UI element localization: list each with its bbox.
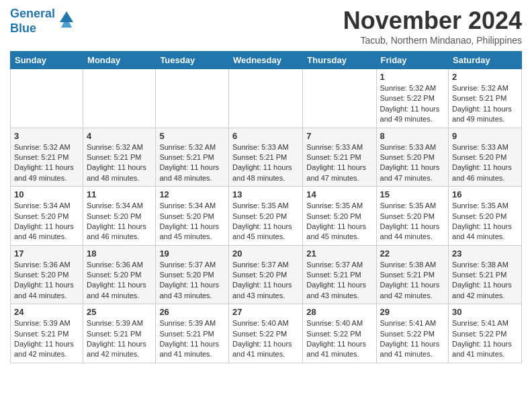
svg-marker-1: [61, 22, 72, 28]
day-number: 21: [306, 248, 372, 259]
day-info: Sunrise: 5:34 AM Sunset: 5:20 PM Dayligh…: [87, 201, 152, 242]
day-info: Sunrise: 5:33 AM Sunset: 5:21 PM Dayligh…: [232, 142, 299, 184]
subtitle: Tacub, Northern Mindanao, Philippines: [343, 35, 522, 46]
day-number: 9: [452, 131, 518, 141]
day-info: Sunrise: 5:34 AM Sunset: 5:20 PM Dayligh…: [159, 201, 225, 242]
calendar-cell: 11Sunrise: 5:34 AM Sunset: 5:20 PM Dayli…: [83, 187, 156, 246]
calendar-cell: [11, 69, 83, 128]
day-number: 15: [380, 189, 445, 199]
day-info: Sunrise: 5:37 AM Sunset: 5:21 PM Dayligh…: [306, 260, 372, 302]
weekday-header: Wednesday: [228, 52, 302, 69]
day-info: Sunrise: 5:40 AM Sunset: 5:22 PM Dayligh…: [306, 318, 372, 360]
calendar-cell: 3Sunrise: 5:32 AM Sunset: 5:21 PM Daylig…: [11, 128, 83, 187]
calendar-cell: 14Sunrise: 5:35 AM Sunset: 5:20 PM Dayli…: [303, 187, 376, 246]
day-info: Sunrise: 5:36 AM Sunset: 5:20 PM Dayligh…: [14, 260, 79, 302]
day-info: Sunrise: 5:32 AM Sunset: 5:22 PM Dayligh…: [380, 83, 445, 125]
day-info: Sunrise: 5:39 AM Sunset: 5:21 PM Dayligh…: [159, 318, 225, 360]
weekday-header: Friday: [376, 52, 449, 69]
day-number: 13: [232, 189, 299, 199]
day-info: Sunrise: 5:33 AM Sunset: 5:20 PM Dayligh…: [452, 142, 518, 184]
day-number: 18: [87, 248, 152, 259]
day-info: Sunrise: 5:38 AM Sunset: 5:21 PM Dayligh…: [452, 260, 518, 302]
day-info: Sunrise: 5:32 AM Sunset: 5:21 PM Dayligh…: [452, 83, 518, 125]
day-info: Sunrise: 5:37 AM Sunset: 5:20 PM Dayligh…: [232, 260, 299, 302]
day-number: 11: [87, 189, 152, 199]
svg-marker-0: [60, 11, 73, 22]
day-info: Sunrise: 5:39 AM Sunset: 5:21 PM Dayligh…: [87, 318, 152, 360]
calendar-cell: 10Sunrise: 5:34 AM Sunset: 5:20 PM Dayli…: [11, 187, 83, 246]
logo-blue: Blue: [10, 21, 36, 35]
day-number: 1: [380, 72, 445, 82]
day-info: Sunrise: 5:35 AM Sunset: 5:20 PM Dayligh…: [306, 201, 372, 242]
calendar-cell: 4Sunrise: 5:32 AM Sunset: 5:21 PM Daylig…: [83, 128, 156, 187]
calendar-cell: [228, 69, 302, 128]
calendar-week-row: 1Sunrise: 5:32 AM Sunset: 5:22 PM Daylig…: [11, 69, 522, 128]
calendar-cell: 19Sunrise: 5:37 AM Sunset: 5:20 PM Dayli…: [156, 245, 229, 304]
calendar-cell: [303, 69, 376, 128]
logo-general: General: [10, 7, 55, 20]
day-info: Sunrise: 5:40 AM Sunset: 5:22 PM Dayligh…: [232, 318, 299, 360]
day-number: 23: [452, 248, 518, 259]
calendar-cell: 16Sunrise: 5:35 AM Sunset: 5:20 PM Dayli…: [449, 187, 522, 246]
day-number: 2: [452, 72, 518, 82]
day-info: Sunrise: 5:35 AM Sunset: 5:20 PM Dayligh…: [380, 201, 445, 242]
day-number: 27: [232, 307, 299, 317]
day-info: Sunrise: 5:35 AM Sunset: 5:20 PM Dayligh…: [232, 201, 299, 242]
calendar-week-row: 24Sunrise: 5:39 AM Sunset: 5:21 PM Dayli…: [11, 304, 522, 363]
calendar-cell: 6Sunrise: 5:33 AM Sunset: 5:21 PM Daylig…: [228, 128, 302, 187]
calendar-cell: 12Sunrise: 5:34 AM Sunset: 5:20 PM Dayli…: [156, 187, 229, 246]
day-info: Sunrise: 5:36 AM Sunset: 5:20 PM Dayligh…: [87, 260, 152, 302]
calendar-week-row: 17Sunrise: 5:36 AM Sunset: 5:20 PM Dayli…: [11, 245, 522, 304]
logo-icon: [57, 9, 76, 28]
day-info: Sunrise: 5:35 AM Sunset: 5:20 PM Dayligh…: [452, 201, 518, 242]
calendar-cell: 22Sunrise: 5:38 AM Sunset: 5:21 PM Dayli…: [376, 245, 449, 304]
page-container: General Blue November 2024 Tacub, Northe…: [0, 0, 532, 370]
day-number: 5: [159, 131, 225, 141]
day-number: 16: [452, 189, 518, 199]
day-number: 28: [306, 307, 372, 317]
day-number: 3: [14, 131, 79, 141]
calendar-cell: 17Sunrise: 5:36 AM Sunset: 5:20 PM Dayli…: [11, 245, 83, 304]
calendar-cell: 8Sunrise: 5:33 AM Sunset: 5:20 PM Daylig…: [376, 128, 449, 187]
day-info: Sunrise: 5:33 AM Sunset: 5:21 PM Dayligh…: [306, 142, 372, 184]
day-number: 10: [14, 189, 79, 199]
weekday-header: Tuesday: [156, 52, 229, 69]
weekday-header: Sunday: [11, 52, 83, 69]
calendar-cell: 28Sunrise: 5:40 AM Sunset: 5:22 PM Dayli…: [303, 304, 376, 363]
day-number: 25: [87, 307, 152, 317]
calendar-week-row: 10Sunrise: 5:34 AM Sunset: 5:20 PM Dayli…: [11, 187, 522, 246]
day-info: Sunrise: 5:34 AM Sunset: 5:20 PM Dayligh…: [14, 201, 79, 242]
calendar-cell: 29Sunrise: 5:41 AM Sunset: 5:22 PM Dayli…: [376, 304, 449, 363]
day-number: 17: [14, 248, 79, 259]
calendar-cell: 30Sunrise: 5:41 AM Sunset: 5:22 PM Dayli…: [449, 304, 522, 363]
day-info: Sunrise: 5:41 AM Sunset: 5:22 PM Dayligh…: [452, 318, 518, 360]
day-info: Sunrise: 5:32 AM Sunset: 5:21 PM Dayligh…: [87, 142, 152, 184]
day-info: Sunrise: 5:38 AM Sunset: 5:21 PM Dayligh…: [380, 260, 445, 302]
calendar-header-row: SundayMondayTuesdayWednesdayThursdayFrid…: [11, 52, 522, 69]
day-info: Sunrise: 5:39 AM Sunset: 5:21 PM Dayligh…: [14, 318, 79, 360]
calendar-cell: 1Sunrise: 5:32 AM Sunset: 5:22 PM Daylig…: [376, 69, 449, 128]
weekday-header: Saturday: [449, 52, 522, 69]
day-number: 7: [306, 131, 372, 141]
day-info: Sunrise: 5:32 AM Sunset: 5:21 PM Dayligh…: [159, 142, 225, 184]
day-number: 30: [452, 307, 518, 317]
day-number: 14: [306, 189, 372, 199]
day-number: 19: [159, 248, 225, 259]
calendar-cell: 15Sunrise: 5:35 AM Sunset: 5:20 PM Dayli…: [376, 187, 449, 246]
day-number: 22: [380, 248, 445, 259]
day-info: Sunrise: 5:41 AM Sunset: 5:22 PM Dayligh…: [380, 318, 445, 360]
calendar-cell: 27Sunrise: 5:40 AM Sunset: 5:22 PM Dayli…: [228, 304, 302, 363]
logo: General Blue: [10, 7, 76, 36]
day-number: 4: [87, 131, 152, 141]
calendar-cell: [83, 69, 156, 128]
day-number: 26: [159, 307, 225, 317]
calendar-cell: 20Sunrise: 5:37 AM Sunset: 5:20 PM Dayli…: [228, 245, 302, 304]
logo-text: General Blue: [10, 7, 55, 36]
calendar-cell: 7Sunrise: 5:33 AM Sunset: 5:21 PM Daylig…: [303, 128, 376, 187]
day-number: 12: [159, 189, 225, 199]
day-number: 8: [380, 131, 445, 141]
calendar-cell: 13Sunrise: 5:35 AM Sunset: 5:20 PM Dayli…: [228, 187, 302, 246]
day-info: Sunrise: 5:37 AM Sunset: 5:20 PM Dayligh…: [159, 260, 225, 302]
calendar-cell: 24Sunrise: 5:39 AM Sunset: 5:21 PM Dayli…: [11, 304, 83, 363]
calendar-cell: 18Sunrise: 5:36 AM Sunset: 5:20 PM Dayli…: [83, 245, 156, 304]
